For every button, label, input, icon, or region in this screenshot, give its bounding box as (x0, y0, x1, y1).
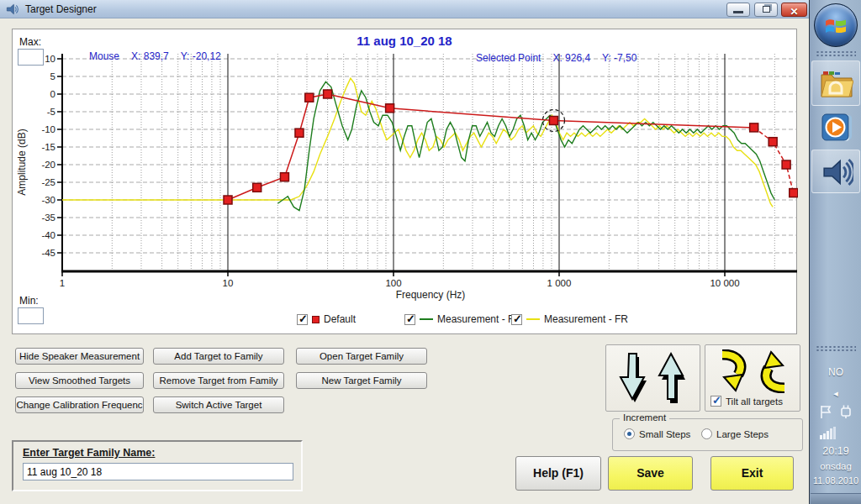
view-smoothed-targets-button[interactable]: View Smoothed Targets (15, 372, 144, 389)
small-steps-label: Small Steps (639, 429, 690, 439)
mouse-x-value: X: 839,7 (131, 50, 169, 62)
nudge-up-arrow-button[interactable] (657, 351, 689, 407)
legend-label-default: Default (324, 313, 356, 325)
clock-time[interactable]: 20:19 (810, 445, 861, 457)
family-name-input[interactable] (23, 463, 293, 480)
large-steps-option[interactable]: Large Steps (701, 428, 769, 439)
fr-visibility-checkbox[interactable]: ✓ (511, 314, 522, 325)
selected-x-value: X: 926,4 (552, 52, 590, 64)
help-button[interactable]: Help (F1) (515, 456, 601, 491)
measurement-fr-curve (62, 78, 773, 207)
min-input[interactable] (18, 307, 44, 324)
target-point-handle (790, 189, 798, 197)
show-desktop-button[interactable] (811, 493, 861, 504)
increment-groupbox: Increment Small Steps Large Steps (612, 418, 803, 451)
taskbar: NO ◂ 20:19 onsdag 11.08.2010 (809, 0, 861, 504)
switch-active-target-button[interactable]: Switch Active Target (153, 396, 284, 413)
svg-text:100: 100 (385, 278, 401, 288)
clock-date[interactable]: 11.08.2010 (810, 475, 861, 486)
svg-text:-35: -35 (41, 213, 55, 223)
power-plug-icon[interactable] (838, 404, 853, 419)
svg-text:-20: -20 (41, 160, 55, 170)
taskbar-grip (816, 50, 856, 58)
add-target-to-family-button[interactable]: Add Target to Family (153, 348, 284, 365)
mouse-coordinates-readout: MouseX: 839,7Y: -20,12 (89, 50, 233, 62)
nudge-down-arrow-button[interactable] (618, 351, 650, 407)
target-point-handle (386, 104, 394, 113)
check-icon: ✓ (406, 312, 415, 325)
restore-icon (763, 6, 770, 13)
open-target-family-button[interactable]: Open Target Family (296, 348, 427, 365)
fl-series-marker (420, 318, 433, 320)
close-button[interactable]: ✕ (781, 3, 807, 17)
legend-item-default: ✓ Default (297, 312, 356, 326)
svg-text:5: 5 (50, 71, 55, 81)
fr-series-marker (526, 318, 540, 320)
target-point-handle (769, 138, 777, 146)
svg-text:10: 10 (223, 278, 234, 288)
clock-day[interactable]: onsdag (810, 461, 861, 471)
chart-title: 11 aug 10_20 18 (13, 34, 796, 48)
media-player-icon (821, 111, 854, 144)
chart-panel: 1050-5-10-15-20-25-30-35-40-451101001 00… (12, 29, 797, 334)
hidden-icons-chevron[interactable]: ◂ (810, 388, 861, 399)
action-center-flag-icon[interactable] (819, 405, 833, 419)
exit-button[interactable]: Exit (710, 456, 794, 491)
restore-button[interactable] (754, 3, 778, 17)
start-button[interactable] (814, 3, 858, 47)
windows-flag-icon (825, 15, 847, 37)
selected-point-label: Selected Point (476, 52, 541, 64)
minimize-button[interactable] (726, 3, 750, 17)
taskbar-target-designer-button[interactable] (811, 150, 860, 193)
tilt-up-arrow-button[interactable] (758, 349, 791, 393)
tilt-down-arrow-button[interactable] (716, 349, 749, 393)
legend-label-fl: Measurement - FL (437, 313, 520, 325)
taskbar-explorer-button[interactable] (811, 60, 860, 106)
check-icon: ✓ (298, 312, 308, 325)
svg-text:-40: -40 (41, 230, 55, 240)
svg-text:-5: -5 (47, 107, 55, 117)
selected-y-value: Y: -7,50 (602, 52, 637, 64)
target-point-handle (253, 183, 261, 192)
target-family-name-panel: Enter Target Family Name: (12, 440, 303, 491)
explorer-folder-icon (820, 68, 853, 99)
new-target-family-button[interactable]: New Target Family (296, 372, 427, 389)
target-point-handle (224, 196, 232, 204)
tilt-all-targets-checkbox[interactable]: ✓ (710, 396, 721, 407)
small-steps-option[interactable]: Small Steps (624, 428, 690, 439)
taskbar-media-player-button[interactable] (811, 108, 860, 148)
svg-text:-25: -25 (41, 177, 55, 187)
save-button[interactable]: Save (608, 456, 693, 491)
svg-text:1: 1 (60, 278, 65, 288)
fl-visibility-checkbox[interactable]: ✓ (404, 314, 415, 325)
hide-speaker-measurement-button[interactable]: Hide Speaker Measurement (15, 348, 144, 365)
taskbar-grip (816, 345, 856, 353)
legend-item-fr: ✓ Measurement - FR (511, 312, 628, 326)
speaker-app-icon (821, 156, 853, 188)
language-indicator[interactable]: NO (810, 366, 861, 378)
legend-label-fr: Measurement - FR (544, 313, 628, 325)
minimize-icon (733, 11, 743, 13)
large-steps-radio[interactable] (701, 428, 712, 439)
change-calibration-frequency-button[interactable]: Change Calibration Frequenc (15, 396, 144, 413)
radio-dot-icon (627, 432, 631, 436)
tilt-all-targets-label: Tilt all targets (726, 396, 783, 407)
app-speaker-icon (6, 3, 19, 16)
small-steps-radio[interactable] (624, 428, 635, 439)
svg-text:-30: -30 (41, 195, 55, 205)
remove-target-from-family-button[interactable]: Remove Target from Family (153, 372, 284, 389)
svg-text:-45: -45 (41, 248, 55, 258)
tilt-all-targets-control: ✓ Tilt all targets (710, 396, 783, 407)
large-steps-label: Large Steps (716, 429, 769, 439)
network-signal-icon[interactable] (820, 427, 837, 439)
window-title: Target Designer (25, 3, 97, 15)
svg-text:0: 0 (50, 89, 55, 99)
frequency-response-chart[interactable]: 1050-5-10-15-20-25-30-35-40-451101001 00… (13, 29, 798, 333)
target-point-handle (782, 160, 790, 169)
target-point-handle (549, 117, 557, 125)
svg-text:1 000: 1 000 (547, 278, 572, 288)
default-visibility-checkbox[interactable]: ✓ (297, 314, 308, 325)
default-series-marker (312, 316, 320, 323)
check-icon: ✓ (513, 312, 522, 325)
max-input[interactable] (18, 49, 44, 66)
